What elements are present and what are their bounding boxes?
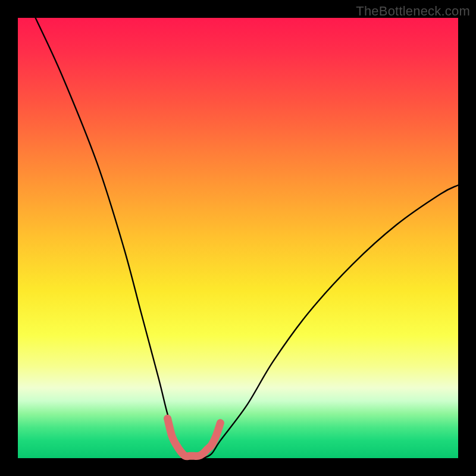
plot-area — [18, 18, 458, 458]
chart-frame: TheBottleneck.com — [0, 0, 476, 476]
curve-svg — [18, 18, 458, 458]
valley-marker — [168, 418, 221, 456]
bottleneck-curve — [36, 18, 458, 459]
watermark-text: TheBottleneck.com — [356, 4, 470, 19]
